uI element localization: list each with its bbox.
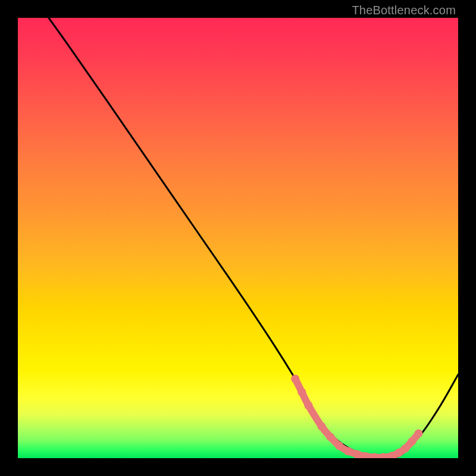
plot-area — [18, 18, 458, 458]
dot — [291, 375, 299, 383]
dot — [401, 444, 409, 453]
main-curve — [49, 18, 458, 458]
dot — [414, 430, 422, 438]
dot — [335, 441, 343, 450]
dot — [304, 401, 312, 409]
dot — [344, 447, 352, 455]
chart-svg — [18, 18, 458, 458]
dot — [408, 437, 416, 446]
chart-frame: TheBottleneck.com — [0, 0, 476, 476]
dot-stroke — [295, 379, 418, 458]
dot-series — [291, 375, 422, 458]
dot — [353, 450, 361, 458]
dot — [318, 422, 326, 431]
watermark-text: TheBottleneck.com — [352, 4, 456, 17]
dot — [298, 388, 306, 396]
dot — [326, 433, 334, 441]
